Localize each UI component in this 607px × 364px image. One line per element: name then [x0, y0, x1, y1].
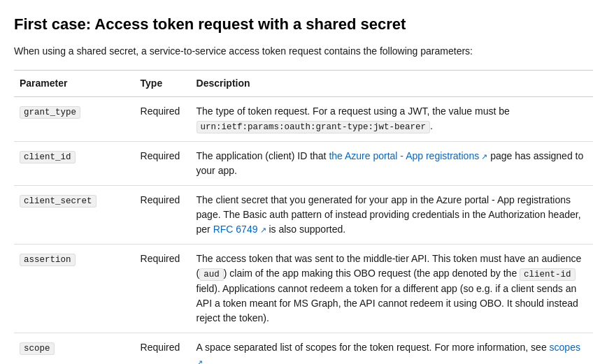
type-cell: Required	[135, 141, 191, 185]
table-row: scopeRequiredA space separated list of s…	[14, 333, 593, 364]
inline-code: urn:ietf:params:oauth:grant-type:jwt-bea…	[197, 121, 431, 133]
param-code: scope	[20, 342, 55, 355]
desc-cell: The access token that was sent to the mi…	[191, 244, 593, 333]
inline-link[interactable]: scopes	[197, 342, 580, 365]
table-row: client_secretRequiredThe client secret t…	[14, 185, 593, 244]
header-description: Description	[191, 71, 593, 97]
table-row: grant_typeRequiredThe type of token requ…	[14, 97, 593, 142]
header-type: Type	[135, 71, 191, 97]
type-cell: Required	[135, 97, 191, 142]
param-code: grant_type	[20, 106, 80, 119]
param-cell: grant_type	[14, 97, 135, 142]
desc-cell: A space separated list of scopes for the…	[191, 333, 593, 364]
param-code: client_id	[20, 151, 76, 163]
desc-cell: The client secret that you generated for…	[191, 185, 593, 244]
inline-link[interactable]: the Azure portal - App registrations	[329, 150, 487, 161]
table-row: assertionRequiredThe access token that w…	[14, 244, 593, 333]
desc-cell: The type of token request. For a request…	[191, 97, 593, 142]
param-cell: assertion	[14, 244, 135, 333]
header-parameter: Parameter	[14, 71, 135, 97]
type-cell: Required	[135, 244, 191, 333]
param-cell: client_secret	[14, 185, 135, 244]
inline-link[interactable]: RFC 6749	[213, 224, 266, 235]
desc-cell: The application (client) ID that the Azu…	[191, 141, 593, 185]
page-intro: When using a shared secret, a service-to…	[14, 44, 593, 59]
type-cell: Required	[135, 333, 191, 364]
param-cell: scope	[14, 333, 135, 364]
type-cell: Required	[135, 185, 191, 244]
parameters-table: Parameter Type Description grant_typeReq…	[14, 70, 593, 364]
inline-code: aud	[199, 268, 224, 281]
table-row: client_idRequiredThe application (client…	[14, 141, 593, 185]
param-code: assertion	[20, 254, 76, 266]
inline-code: client-id	[520, 268, 576, 281]
param-cell: client_id	[14, 141, 135, 185]
page-title: First case: Access token request with a …	[14, 13, 593, 36]
param-code: client_secret	[20, 195, 97, 208]
